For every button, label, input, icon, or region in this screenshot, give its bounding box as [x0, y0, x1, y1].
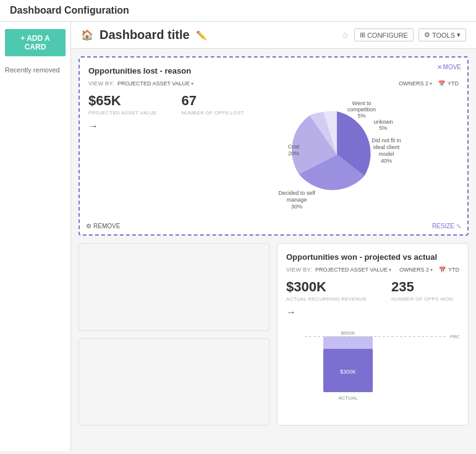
move-icon: ✕ [437, 64, 442, 71]
svg-text:unkown: unkown [373, 119, 393, 125]
dashboard-grid: Opportunities lost - reason ✕ MOVE VIEW … [71, 49, 476, 433]
won-stat1-block: $300K ACTUAL RECURRING REVENUE [286, 279, 367, 302]
opps-lost-title: Opportunities lost - reason [88, 66, 459, 75]
svg-text:5%: 5% [357, 113, 365, 119]
chevron-down-icon-won: ▾ [389, 267, 391, 273]
chevron-down-icon-owners: ▾ [430, 81, 432, 87]
dashboard-title: Dashboard title [100, 28, 190, 42]
configure-icon: ⊞ [360, 31, 365, 39]
tools-label: TOOLS [432, 32, 455, 39]
svg-text:Went to: Went to [352, 100, 371, 106]
gear-icon: ⚙ [424, 31, 430, 39]
stat1-block: $65K PROJECTED ASSET VALUE [88, 93, 156, 116]
pie-chart: Did not fit in ideal client model 40% un… [257, 93, 459, 219]
arrow-right-icon[interactable]: → [88, 121, 244, 132]
page-title: Dashboard Configuration [10, 5, 129, 15]
chevron-down-icon: ▾ [191, 81, 193, 87]
stats-block: $65K PROJECTED ASSET VALUE 67 NUMBER OF … [88, 93, 244, 132]
svg-text:Decided to self: Decided to self [278, 190, 315, 196]
stat1-value: $65K [88, 93, 156, 109]
stat2-block: 67 NUMBER OF OPPS LOST [181, 93, 244, 116]
recently-removed-label: Recently removed [5, 66, 66, 74]
svg-text:model: model [379, 151, 394, 157]
svg-text:30%: 30% [291, 203, 302, 210]
won-stat2-value: 235 [391, 279, 453, 295]
bar-chart: PROJECTED $500K $300K ACTUAL [286, 324, 459, 407]
add-card-button[interactable]: + ADD A CARD [5, 29, 66, 56]
calendar-icon: 📅 [438, 80, 445, 87]
home-icon[interactable]: 🏠 [81, 29, 93, 41]
won-stat2-label: NUMBER OF OPPS WON [391, 296, 453, 302]
won-ytd-label: YTD [448, 267, 459, 273]
svg-text:40%: 40% [381, 158, 392, 164]
won-view-by-dropdown[interactable]: VIEW BY: PROJECTED ASSET VALUE ▾ [286, 267, 391, 273]
placeholder-card-2 [79, 338, 270, 426]
won-view-by-value: PROJECTED ASSET VALUE [315, 267, 388, 273]
opportunities-lost-card: Opportunities lost - reason ✕ MOVE VIEW … [79, 56, 469, 236]
stat2-label: NUMBER OF OPPS LOST [181, 110, 244, 116]
star-icon[interactable]: ☆ [341, 30, 349, 40]
won-ytd-dropdown[interactable]: 📅 YTD [439, 267, 459, 273]
configure-label: CONFIGURE [367, 32, 408, 39]
opportunities-won-card: Opportunities won - projected vs actual … [277, 243, 469, 426]
svg-text:PROJECTED: PROJECTED [450, 334, 459, 340]
owners-label: OWNERS 2 [399, 80, 428, 87]
svg-text:5%: 5% [379, 125, 387, 131]
arrow-right-icon-won[interactable]: → [286, 307, 459, 318]
svg-text:$500K: $500K [341, 330, 355, 336]
won-stat1-value: $300K [286, 279, 367, 295]
stat2-value: 67 [181, 93, 244, 109]
gear-icon-remove: ⚙ [86, 223, 91, 229]
remove-label: REMOVE [93, 223, 120, 229]
won-stat2-block: 235 NUMBER OF OPPS WON [391, 279, 453, 302]
filter-row: VIEW BY: PROJECTED ASSET VALUE ▾ OWNERS … [88, 80, 459, 87]
won-filter-row: VIEW BY: PROJECTED ASSET VALUE ▾ OWNERS … [286, 267, 459, 273]
ytd-dropdown[interactable]: 📅 YTD [438, 80, 459, 87]
chevron-down-icon: ▾ [457, 31, 461, 39]
remove-button[interactable]: ⚙ REMOVE [86, 223, 120, 229]
main-layout: + ADD A CARD Recently removed 🏠 Dashboar… [0, 22, 476, 451]
svg-text:Cost: Cost [288, 143, 300, 150]
opps-won-title: Opportunities won - projected vs actual [286, 252, 459, 262]
content-area: 🏠 Dashboard title ✏️ ☆ ⊞ CONFIGURE ⚙ TOO… [71, 22, 476, 451]
ytd-label: YTD [448, 80, 459, 87]
calendar-icon-won: 📅 [439, 267, 446, 273]
svg-text:$300K: $300K [340, 369, 356, 375]
svg-text:Did not fit in: Did not fit in [372, 137, 401, 143]
tools-button[interactable]: ⚙ TOOLS ▾ [419, 28, 466, 41]
won-stat1-label: ACTUAL RECURRING REVENUE [286, 296, 367, 302]
won-owners-dropdown[interactable]: OWNERS 2 ▾ [399, 267, 433, 273]
won-view-by-label: VIEW BY: [286, 267, 312, 273]
stat1-label: PROJECTED ASSET VALUE [88, 110, 156, 116]
header-actions: ☆ ⊞ CONFIGURE ⚙ TOOLS ▾ [341, 28, 466, 41]
svg-text:ACTUAL: ACTUAL [338, 395, 358, 401]
svg-text:ideal client: ideal client [373, 144, 400, 150]
dashboard-header: 🏠 Dashboard title ✏️ ☆ ⊞ CONFIGURE ⚙ TOO… [71, 22, 476, 49]
resize-button[interactable]: RESIZE ⤡ [432, 223, 461, 229]
chevron-down-icon-won-owners: ▾ [430, 267, 433, 273]
svg-text:competition: competition [347, 106, 376, 113]
view-by-value: PROJECTED ASSET VALUE [117, 80, 190, 87]
configure-button[interactable]: ⊞ CONFIGURE [354, 28, 414, 41]
card-bottom-controls: ⚙ REMOVE RESIZE ⤡ [86, 223, 461, 229]
move-button[interactable]: ✕ MOVE [437, 64, 461, 71]
top-bar: Dashboard Configuration [0, 0, 476, 22]
view-by-dropdown[interactable]: VIEW BY: PROJECTED ASSET VALUE ▾ [88, 80, 193, 87]
resize-icon: ⤡ [456, 223, 461, 229]
edit-icon[interactable]: ✏️ [196, 30, 206, 40]
resize-label: RESIZE [432, 223, 454, 229]
card-top-controls: ✕ MOVE [437, 64, 461, 71]
placeholder-card-1 [79, 243, 270, 331]
move-label: MOVE [443, 64, 461, 71]
svg-text:manage: manage [287, 197, 307, 203]
owners-dropdown[interactable]: OWNERS 2 ▾ [399, 80, 432, 87]
sidebar: + ADD A CARD Recently removed [0, 22, 71, 451]
view-by-label: VIEW BY: [88, 80, 114, 87]
won-owners-label: OWNERS 2 [399, 267, 429, 273]
svg-text:20%: 20% [288, 150, 299, 156]
